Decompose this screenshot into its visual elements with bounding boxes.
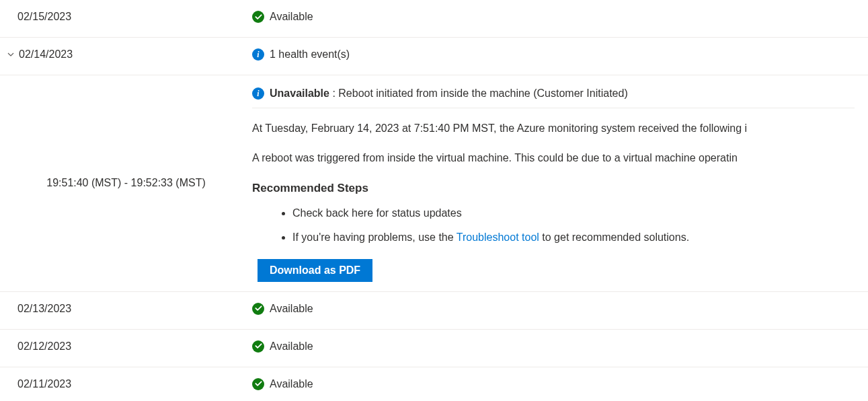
- check-icon: [252, 378, 264, 390]
- health-row: 02/11/2023 Available: [0, 367, 868, 394]
- date-cell: 02/14/2023: [0, 38, 252, 71]
- date-cell: 02/13/2023: [0, 292, 252, 326]
- date-text: 02/14/2023: [19, 48, 73, 61]
- detail-paragraph: A reboot was triggered from inside the v…: [252, 150, 868, 166]
- date-text: 02/12/2023: [17, 340, 71, 353]
- date-text: 02/11/2023: [17, 378, 71, 390]
- status-text: 1 health event(s): [270, 48, 350, 61]
- status-text: Available: [270, 11, 313, 23]
- date-cell: 02/11/2023: [0, 367, 252, 394]
- detail-paragraph: At Tuesday, February 14, 2023 at 7:51:40…: [252, 120, 868, 137]
- detail-time-range: 19:51:40 (MST) - 19:52:33 (MST): [0, 75, 252, 291]
- troubleshoot-tool-link[interactable]: Troubleshoot tool: [457, 231, 539, 243]
- status-cell: Available: [252, 367, 868, 394]
- time-range-text: 19:51:40 (MST) - 19:52:33 (MST): [46, 177, 206, 189]
- detail-header: i Unavailable : Reboot initiated from in…: [252, 87, 855, 108]
- list-item: Check back here for status updates: [292, 205, 868, 221]
- status-text: Available: [270, 303, 313, 315]
- health-row: 02/15/2023 Available: [0, 0, 868, 38]
- date-text: 02/13/2023: [17, 303, 71, 315]
- check-icon: [252, 303, 264, 315]
- status-cell: i 1 health event(s): [252, 38, 868, 71]
- health-row: 02/13/2023 Available: [0, 292, 868, 330]
- health-row-expandable[interactable]: 02/14/2023 i 1 health event(s): [0, 38, 868, 75]
- check-icon: [252, 11, 264, 23]
- health-row: 02/12/2023 Available: [0, 330, 868, 367]
- date-cell: 02/12/2023: [0, 330, 252, 363]
- date-cell: 02/15/2023: [0, 0, 252, 34]
- recommended-steps-list: Check back here for status updates If yo…: [252, 205, 868, 246]
- info-icon: i: [252, 48, 264, 61]
- step-text: to get recommended solutions.: [539, 231, 689, 243]
- status-text: Available: [270, 378, 313, 390]
- check-icon: [252, 340, 264, 353]
- date-text: 02/15/2023: [17, 11, 71, 23]
- list-item: If you're having problems, use the Troub…: [292, 229, 868, 246]
- status-cell: Available: [252, 0, 868, 34]
- detail-status-label: Unavailable: [270, 87, 329, 99]
- status-cell: Available: [252, 330, 868, 363]
- step-text: If you're having problems, use the: [292, 231, 457, 243]
- info-icon: i: [252, 87, 264, 100]
- download-pdf-button[interactable]: Download as PDF: [258, 259, 372, 282]
- detail-status-desc: : Reboot initiated from inside the machi…: [329, 87, 628, 99]
- chevron-down-icon: [7, 50, 15, 59]
- status-cell: Available: [252, 292, 868, 326]
- status-text: Available: [270, 340, 313, 353]
- recommended-steps-heading: Recommended Steps: [252, 180, 868, 197]
- detail-title: Unavailable : Reboot initiated from insi…: [270, 87, 628, 100]
- health-event-detail: 19:51:40 (MST) - 19:52:33 (MST) i Unavai…: [0, 75, 868, 292]
